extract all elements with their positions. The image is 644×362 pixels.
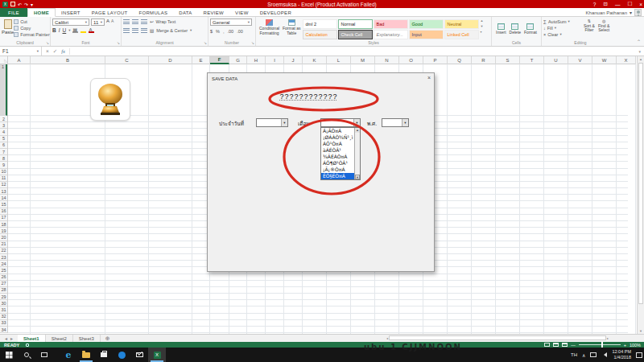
edge-button[interactable]: e (60, 348, 77, 362)
combo-dropdown-icon[interactable]: ▾ (353, 119, 360, 126)
row-header[interactable]: 11 (0, 175, 7, 182)
ribbon-tab[interactable]: DEVELOPER (254, 8, 297, 17)
clear-button[interactable]: Clear (547, 31, 558, 38)
row-header[interactable]: 9 (0, 162, 7, 168)
row-header[interactable]: 20 (0, 234, 7, 241)
row-header[interactable]: 13 (0, 188, 7, 195)
column-header[interactable]: B (31, 56, 105, 64)
column-header[interactable]: P (423, 56, 448, 64)
font-color-button[interactable]: A (89, 27, 94, 33)
column-header[interactable]: E (192, 56, 210, 64)
clock[interactable]: 12:04 PM 1/4/2018 (612, 349, 631, 360)
speaker-icon[interactable] (601, 352, 607, 357)
scroll-left-icon[interactable]: ◂ (386, 336, 388, 340)
name-box[interactable]: F1 ▾ (0, 47, 42, 56)
new-sheet-icon[interactable]: ⊕ (101, 335, 115, 342)
cell-style-chip[interactable]: Linked Cell (444, 30, 479, 39)
language-indicator[interactable]: TH (571, 352, 577, 357)
row-header[interactable]: 24 (0, 261, 7, 267)
column-header[interactable]: Q (448, 56, 472, 64)
ribbon-tab[interactable]: HOME (27, 8, 56, 17)
grow-font-button[interactable]: A (106, 19, 109, 26)
zoom-level[interactable]: 100% (630, 343, 641, 348)
accounting-format-button[interactable]: $ (210, 28, 213, 35)
column-header[interactable]: A (8, 56, 31, 64)
row-header[interactable]: 7 (0, 149, 7, 155)
page-layout-view-icon[interactable] (553, 343, 559, 347)
row-header[interactable]: 29 (0, 294, 7, 300)
column-header[interactable]: W (592, 56, 617, 64)
row-header[interactable]: 19 (0, 228, 7, 234)
sort-filter-button[interactable]: ⇅ Sort & Filter (582, 19, 597, 38)
cell-style-chip[interactable]: Input (409, 30, 444, 39)
vertical-scroll-thumb[interactable] (638, 63, 643, 304)
italic-button[interactable]: I (59, 27, 60, 33)
row-header[interactable]: 22 (0, 248, 7, 254)
dialog-launcher-icon[interactable]: ↘ (251, 41, 254, 45)
row-header[interactable]: 27 (0, 281, 7, 287)
row-header[interactable]: 6 (0, 142, 7, 149)
cell-style-chip[interactable]: Neutral (444, 19, 479, 29)
column-header[interactable]: C (105, 56, 149, 64)
excel-taskbar-button[interactable]: X (148, 348, 166, 362)
row-header[interactable]: 28 (0, 287, 7, 294)
row-header[interactable]: 34 (0, 327, 7, 333)
row-header[interactable]: 14 (0, 195, 7, 201)
row-header[interactable]: 32 (0, 314, 7, 320)
dialog-launcher-icon[interactable]: ↘ (204, 41, 207, 45)
hidden-icons-chevron-icon[interactable]: ∧ (582, 352, 585, 358)
vertical-scrollbar[interactable]: ▲ ▼ (637, 56, 644, 334)
minimize-button[interactable]: — (615, 2, 621, 7)
row-header[interactable]: 17 (0, 215, 7, 221)
clipboard-item[interactable]: Format Painter (14, 31, 49, 38)
column-header[interactable]: K (303, 56, 327, 64)
row-header[interactable]: 33 (0, 320, 7, 327)
dialog-close-icon[interactable]: × (427, 75, 431, 80)
row-header[interactable]: 18 (0, 221, 7, 228)
column-header[interactable]: M (351, 56, 375, 64)
column-header[interactable]: H (247, 56, 266, 64)
number-format-combo[interactable]: General▾ (210, 19, 252, 26)
column-header[interactable]: X (617, 56, 636, 64)
conditional-formatting-button[interactable]: Conditional Formatting (258, 19, 281, 36)
start-button[interactable] (0, 348, 18, 362)
cells-button[interactable]: Insert (494, 23, 508, 36)
row-header[interactable]: 15 (0, 201, 7, 208)
date-combo[interactable]: ▾ (256, 118, 288, 127)
column-header[interactable]: L (327, 56, 351, 64)
gallery-more-icon[interactable]: ▾ (481, 30, 484, 34)
row-header[interactable]: 16 (0, 208, 7, 215)
borders-button[interactable]: ▤ (72, 27, 78, 33)
find-select-button[interactable]: ◎ Find & Select (597, 19, 611, 38)
cells-button[interactable]: Format (522, 23, 539, 36)
cell-style-chip[interactable]: Check Cell (338, 30, 373, 39)
wrap-text-button[interactable]: Wrap Text (156, 19, 176, 25)
row-header[interactable]: 25 (0, 267, 7, 274)
zoom-slider-thumb[interactable] (601, 342, 603, 348)
column-header[interactable]: N (375, 56, 399, 64)
scroll-up-icon[interactable]: ▲ (638, 56, 644, 62)
align-top-icon[interactable] (123, 19, 130, 24)
year-combo[interactable]: ▾ (382, 118, 409, 127)
month-option[interactable]: ¾ÄÉÀÒ¤Á (321, 154, 354, 160)
cell-style-chip[interactable]: Normal (338, 19, 373, 29)
task-view-button[interactable] (35, 348, 53, 362)
trophy-image[interactable] (90, 78, 130, 121)
browser-button[interactable] (113, 348, 130, 362)
scroll-down-icon[interactable]: ▼ (355, 175, 360, 179)
list-scrollbar[interactable]: ▲ ▼ (354, 128, 360, 179)
cell-style-chip[interactable]: Bad (374, 19, 408, 29)
help-button[interactable]: ? (593, 2, 597, 7)
mail-button[interactable] (130, 348, 148, 362)
row-header[interactable]: 12 (0, 182, 7, 188)
align-left-icon[interactable] (123, 28, 130, 33)
cell-style-chip[interactable]: Good (409, 19, 444, 29)
ribbon-tab[interactable]: VIEW (229, 8, 254, 17)
cell-style-chip[interactable]: dml 2 (303, 19, 337, 29)
row-header[interactable]: 3 (0, 122, 7, 129)
row-header[interactable]: 21 (0, 241, 7, 248)
row-header[interactable]: 5 (0, 136, 7, 142)
month-option[interactable]: ¡ØÁÀÒ¾Ñ¹¸ì (321, 134, 354, 141)
column-header[interactable]: D (149, 56, 192, 64)
font-size-combo[interactable]: 11▾ (91, 19, 105, 26)
